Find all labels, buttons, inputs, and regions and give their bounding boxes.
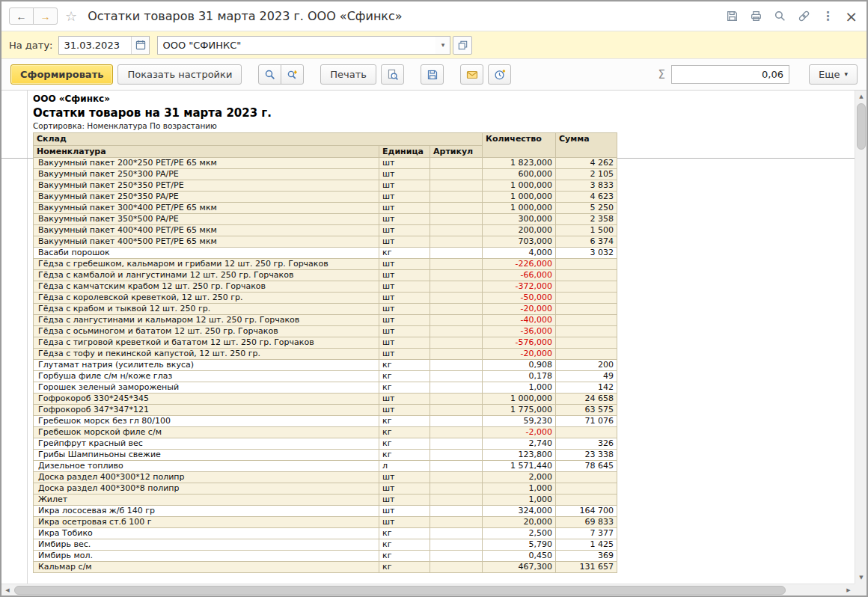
cell-article[interactable] [430, 461, 483, 472]
cell-sum[interactable] [556, 315, 617, 326]
cell-unit[interactable]: кг [379, 528, 430, 539]
table-row[interactable]: Доска раздел 400*300*12 полипр шт 2,000 [34, 472, 617, 483]
cell-quantity[interactable]: 600,000 [483, 169, 556, 180]
cell-sum[interactable] [556, 495, 617, 506]
cell-article[interactable] [430, 192, 483, 203]
cell-quantity[interactable]: 1 823,000 [483, 158, 556, 169]
cell-sum[interactable]: 200 [556, 360, 617, 371]
cell-unit[interactable]: л [379, 461, 430, 472]
cell-sum[interactable] [556, 270, 617, 281]
cell-article[interactable] [430, 270, 483, 281]
organization-dropdown-button[interactable]: ▾ [435, 37, 450, 54]
table-row[interactable]: Гёдза с крабом и тыквой 12 шт. 250 гр. ш… [34, 304, 617, 315]
header-warehouse[interactable]: Склад [34, 133, 483, 146]
cell-nomenclature[interactable]: Гёдза с лангустинами и кальмаром 12 шт. … [34, 315, 379, 326]
cell-unit[interactable]: шт [379, 495, 430, 506]
table-row[interactable]: Глутамат натрия (усилитель вкуса) кг 0,9… [34, 360, 617, 371]
cell-nomenclature[interactable]: Гёдза с королевской креветкой, 12 шт. 25… [34, 293, 379, 304]
back-button[interactable]: ← [9, 7, 34, 25]
cell-article[interactable] [430, 483, 483, 495]
cell-nomenclature[interactable]: Вакуумный пакет 250*300 PA/PE [34, 169, 379, 180]
cell-quantity[interactable]: -226,000 [483, 259, 556, 270]
cell-quantity[interactable]: 1 775,000 [483, 405, 556, 416]
cell-article[interactable] [430, 405, 483, 416]
cell-quantity[interactable]: 703,000 [483, 236, 556, 248]
cell-unit[interactable]: шт [379, 483, 430, 495]
cell-nomenclature[interactable]: Доска раздел 400*300*12 полипр [34, 472, 379, 483]
header-quantity[interactable]: Количество [483, 133, 556, 158]
cell-nomenclature[interactable]: Вакуумный пакет 250*350 PA/PE [34, 192, 379, 203]
table-row[interactable]: Гёдза с гребешком, кальмаром и грибами 1… [34, 259, 617, 270]
schedule-button[interactable] [488, 64, 511, 85]
cell-article[interactable] [430, 248, 483, 259]
cell-sum[interactable] [556, 483, 617, 495]
cell-nomenclature[interactable]: Гребешок морской филе с/м [34, 427, 379, 438]
cell-article[interactable] [430, 281, 483, 293]
table-row[interactable]: Икра лососевая ж/б 140 гр шт 324,000 164… [34, 506, 617, 517]
cell-article[interactable] [430, 349, 483, 360]
cell-sum[interactable]: 1 425 [556, 539, 617, 551]
cell-sum[interactable]: 49 [556, 371, 617, 382]
cell-sum[interactable] [556, 472, 617, 483]
table-row[interactable]: Грибы Шампиньоны свежие кг 123,800 23 33… [34, 450, 617, 461]
find-next-button[interactable] [281, 64, 304, 85]
cell-quantity[interactable]: -2,000 [483, 427, 556, 438]
scroll-right-button[interactable]: ▶ [843, 584, 855, 596]
cell-sum[interactable]: 2 105 [556, 169, 617, 180]
cell-article[interactable] [430, 236, 483, 248]
cell-sum[interactable]: 4 623 [556, 192, 617, 203]
vertical-scrollbar[interactable]: ▲ ▼ [855, 91, 867, 584]
cell-nomenclature[interactable]: Имбирь вес. [34, 539, 379, 551]
header-unit[interactable]: Единица [379, 146, 430, 158]
cell-unit[interactable]: шт [379, 281, 430, 293]
vertical-scroll-thumb[interactable] [857, 103, 866, 150]
scroll-up-button[interactable]: ▲ [855, 91, 867, 102]
cell-quantity[interactable]: 467,300 [483, 562, 556, 573]
cell-quantity[interactable]: -20,000 [483, 349, 556, 360]
organization-input[interactable] [158, 37, 435, 54]
cell-sum[interactable]: 63 575 [556, 405, 617, 416]
cell-article[interactable] [430, 337, 483, 349]
table-row[interactable]: Вакуумный пакет 400*400 PET/PE 65 мкм шт… [34, 225, 617, 236]
show-settings-button[interactable]: Показать настройки [117, 64, 242, 85]
cell-unit[interactable]: кг [379, 427, 430, 438]
table-row[interactable]: Гёдза с лангустинами и кальмаром 12 шт. … [34, 315, 617, 326]
cell-sum[interactable]: 3 032 [556, 248, 617, 259]
table-row[interactable]: Вакуумный пакет 250*350 PA/PE шт 1 000,0… [34, 192, 617, 203]
cell-article[interactable] [430, 304, 483, 315]
cell-unit[interactable]: кг [379, 539, 430, 551]
cell-article[interactable] [430, 562, 483, 573]
save-result-button[interactable] [421, 64, 444, 85]
cell-quantity[interactable]: 20,000 [483, 517, 556, 528]
cell-unit[interactable]: шт [379, 304, 430, 315]
cell-nomenclature[interactable]: Икра осетровая ст.б 100 г [34, 517, 379, 528]
cell-unit[interactable]: шт [379, 337, 430, 349]
cell-quantity[interactable]: 1 000,000 [483, 203, 556, 214]
cell-sum[interactable]: 131 657 [556, 562, 617, 573]
cell-article[interactable] [430, 225, 483, 236]
table-row[interactable]: Гёдза с осьминогом и бататом 12 шт. 250 … [34, 326, 617, 337]
cell-sum[interactable]: 369 [556, 551, 617, 562]
cell-nomenclature[interactable]: Гёдза с тигровой креветкой и бататом 12 … [34, 337, 379, 349]
cell-sum[interactable]: 1 500 [556, 225, 617, 236]
cell-sum[interactable] [556, 259, 617, 270]
cell-quantity[interactable]: 1,000 [483, 483, 556, 495]
cell-nomenclature[interactable]: Гёдза с камчатским крабом 12 шт. 250 гр.… [34, 281, 379, 293]
print-button[interactable]: Печать [320, 64, 376, 85]
more-button[interactable]: Еще ▾ [809, 64, 858, 85]
cell-sum[interactable] [556, 304, 617, 315]
cell-sum[interactable]: 6 374 [556, 236, 617, 248]
cell-sum[interactable]: 326 [556, 438, 617, 450]
cell-nomenclature[interactable]: Грейпфрут красный вес [34, 438, 379, 450]
close-icon[interactable]: × [845, 9, 858, 24]
cell-nomenclature[interactable]: Вакуумный пакет 400*400 PET/PE 65 мкм [34, 225, 379, 236]
cell-nomenclature[interactable]: Горбуша филе с/м н/коже глаз [34, 371, 379, 382]
cell-unit[interactable]: кг [379, 438, 430, 450]
cell-quantity[interactable]: 1 000,000 [483, 192, 556, 203]
cell-article[interactable] [430, 326, 483, 337]
cell-quantity[interactable]: 1 571,440 [483, 461, 556, 472]
titlebar-link-button[interactable] [798, 10, 810, 22]
cell-article[interactable] [430, 495, 483, 506]
scroll-left-button[interactable]: ◀ [1, 584, 13, 596]
cell-quantity[interactable]: 0,178 [483, 371, 556, 382]
